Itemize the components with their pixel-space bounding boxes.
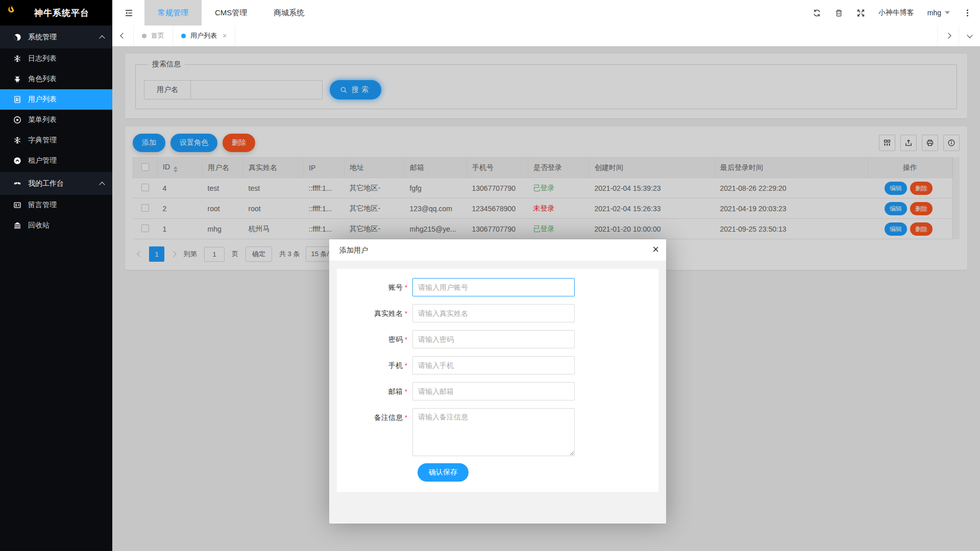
realname-label: 真实姓名* (337, 304, 412, 323)
tab-dot (181, 34, 186, 38)
sidebar-item-roles[interactable]: 角色列表 (0, 69, 112, 89)
tab-bar-spacer (235, 26, 937, 46)
nav-tab-mall[interactable]: 商城系统 (260, 0, 317, 26)
sidebar-item-label: 回收站 (28, 221, 50, 230)
password-label: 密码* (337, 330, 412, 349)
snowflake-icon (13, 136, 21, 144)
form-row-realname: 真实姓名* (337, 304, 658, 323)
confirm-save-button[interactable]: 确认保存 (418, 463, 469, 482)
sidebar-item-tenants[interactable]: 租户管理 (0, 151, 112, 171)
add-user-form: 账号* 真实姓名* 密码* 手机* 邮箱* 备注信息* (337, 269, 658, 492)
tabs-scroll-right-button[interactable] (937, 26, 959, 46)
required-asterisk: * (403, 388, 407, 395)
brand-bird-icon (7, 5, 22, 20)
top-right-tools: 小神牛博客 mhg (813, 8, 980, 17)
bank-icon (13, 221, 21, 230)
top-bar: 常规管理 CMS管理 商城系统 小神牛博客 mhg (112, 0, 980, 26)
close-icon[interactable]: × (652, 239, 659, 260)
form-row-phone: 手机* (337, 356, 658, 375)
form-row-email: 邮箱* (337, 382, 658, 401)
pie-circle-icon (13, 33, 21, 41)
email-field[interactable] (412, 382, 575, 400)
chevron-up-icon (99, 182, 105, 187)
sidebar-section-system[interactable]: 系统管理 (0, 26, 112, 48)
required-asterisk: * (403, 362, 407, 369)
remark-field[interactable] (412, 408, 575, 456)
form-row-submit: 确认保存 (337, 463, 658, 482)
sidebar-item-label: 日志列表 (28, 54, 57, 63)
tabs-menu-button[interactable] (959, 26, 980, 46)
main-nav: 常规管理 CMS管理 商城系统 (144, 0, 317, 26)
username: mhg (927, 9, 941, 17)
sidebar-item-messages[interactable]: 留言管理 (0, 195, 112, 215)
sidebar-item-label: 字典管理 (28, 136, 57, 145)
app-title: 神牛系统平台 (34, 7, 89, 19)
sidebar-item-label: 留言管理 (28, 201, 57, 210)
form-row-remark: 备注信息* (337, 408, 658, 456)
chevron-down-icon (945, 11, 950, 14)
fullscreen-icon[interactable] (856, 9, 865, 17)
add-user-modal: 添加用户 × 账号* 真实姓名* 密码* 手机* 邮箱* (329, 239, 666, 523)
realname-field[interactable] (412, 304, 575, 322)
required-asterisk: * (403, 284, 407, 291)
sidebar-section-label: 我的工作台 (28, 179, 64, 188)
sidebar-item-menus[interactable]: 菜单列表 (0, 110, 112, 130)
account-label: 账号* (337, 278, 412, 297)
more-vertical-icon[interactable] (963, 9, 972, 17)
blog-link[interactable]: 小神牛博客 (878, 8, 914, 17)
sidebar-item-label: 角色列表 (28, 74, 57, 84)
modal-body: 账号* 真实姓名* 密码* 手机* 邮箱* 备注信息* (329, 261, 666, 523)
refresh-icon[interactable] (813, 9, 821, 17)
tab-dot (142, 34, 146, 38)
glasses-icon (13, 180, 21, 188)
nav-tab-cms[interactable]: CMS管理 (202, 0, 260, 26)
user-menu[interactable]: mhg (927, 9, 950, 17)
chevron-up-icon (99, 35, 105, 41)
sidebar-item-recycle-bin[interactable]: 回收站 (0, 215, 112, 236)
chevron-down-icon (967, 32, 972, 38)
account-field[interactable] (412, 278, 575, 296)
tabs-scroll-left-button[interactable] (112, 26, 134, 46)
circle-up-icon (13, 157, 21, 165)
required-asterisk: * (403, 414, 407, 421)
sidebar-item-dictionary[interactable]: 字典管理 (0, 130, 112, 151)
email-label: 邮箱* (337, 382, 412, 401)
page-tab-label: 首页 (151, 31, 164, 40)
page-tab-bar: 首页 用户列表 × (112, 26, 980, 46)
trash-icon[interactable] (835, 9, 843, 17)
modal-header: 添加用户 × (329, 239, 666, 261)
sidebar-section-label: 系统管理 (28, 33, 57, 42)
form-row-password: 密码* (337, 330, 658, 349)
page-tab-label: 用户列表 (190, 31, 217, 40)
chevron-left-icon (120, 33, 126, 38)
page-tab-user-list[interactable]: 用户列表 × (173, 26, 235, 46)
phone-field[interactable] (412, 356, 575, 374)
target-icon (13, 116, 21, 124)
sidebar: 神牛系统平台 系统管理 日志列表 角色列表 用户列表 菜单列表 (0, 0, 112, 551)
sidebar-item-label: 菜单列表 (28, 115, 57, 124)
phone-label: 手机* (337, 356, 412, 375)
snowflake-icon (13, 55, 21, 63)
sidebar-item-label: 用户列表 (28, 95, 57, 104)
collapse-menu-icon[interactable] (125, 9, 133, 17)
sidebar-section-workbench[interactable]: 我的工作台 (0, 172, 112, 195)
required-asterisk: * (403, 310, 407, 317)
remark-label: 备注信息* (337, 408, 412, 427)
chevron-right-icon (945, 33, 951, 38)
robot-icon (13, 75, 21, 83)
nav-tab-general[interactable]: 常规管理 (144, 0, 202, 26)
id-card-icon (13, 201, 21, 209)
address-book-icon (13, 95, 21, 104)
sidebar-item-logs[interactable]: 日志列表 (0, 48, 112, 69)
password-field[interactable] (412, 330, 575, 348)
app-logo[interactable]: 神牛系统平台 (0, 0, 112, 26)
form-row-account: 账号* (337, 278, 658, 297)
sidebar-item-users[interactable]: 用户列表 (0, 89, 112, 110)
page-tab-home[interactable]: 首页 (134, 26, 173, 46)
sidebar-item-label: 租户管理 (28, 156, 57, 165)
modal-title: 添加用户 (339, 246, 368, 254)
required-asterisk: * (403, 336, 407, 343)
close-icon[interactable]: × (223, 32, 227, 40)
